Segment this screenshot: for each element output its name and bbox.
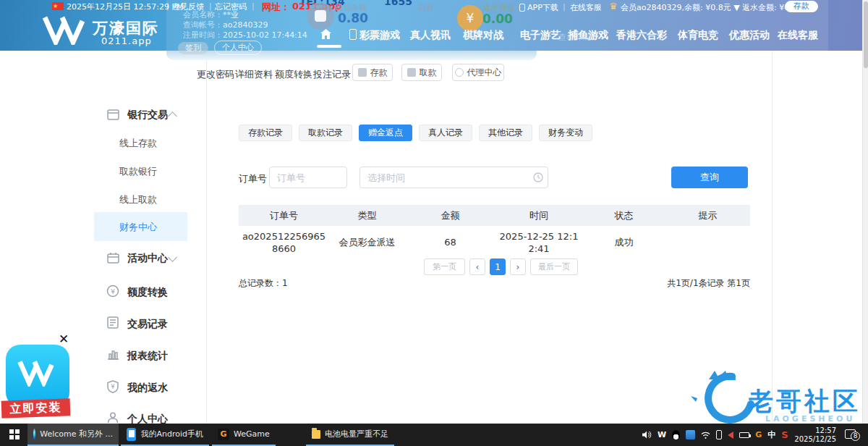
- calendar-icon: [107, 253, 119, 264]
- brand-domain: 0211.app: [101, 35, 152, 46]
- home-icon[interactable]: [320, 29, 331, 39]
- ime-indicator[interactable]: 中: [767, 429, 775, 440]
- transfer-icon: ¥: [106, 285, 119, 298]
- cell-status: 成功: [582, 226, 665, 258]
- divider: |: [252, 1, 255, 11]
- col-type: 类型: [329, 205, 405, 226]
- laoge-community-watermark: 老哥社区 LAOGESHEOU: [687, 366, 867, 424]
- nav-live[interactable]: 真人视讯: [410, 29, 451, 42]
- withdraw-button[interactable]: 取款: [401, 64, 442, 81]
- app-install-badge[interactable]: [6, 345, 69, 407]
- clock-icon: [533, 172, 543, 182]
- profile-link[interactable]: 详细资料: [235, 68, 273, 81]
- close-icon[interactable]: ✕: [59, 332, 69, 346]
- edge-browser-icon: [33, 429, 35, 440]
- personal-center-button[interactable]: 个人中心: [214, 41, 262, 55]
- agent-center-button[interactable]: 代理中心: [452, 64, 504, 81]
- table-row: ao2025122569658660 会员彩金派送 68 2025-12-25 …: [239, 226, 750, 258]
- sidebar-item-my-rebate[interactable]: 我的返水: [127, 382, 168, 395]
- nav-board-games[interactable]: 棋牌对战: [463, 29, 503, 42]
- system-tray: W G 中 S: [642, 424, 788, 446]
- tray-g-icon[interactable]: G: [755, 430, 762, 439]
- start-button[interactable]: [9, 429, 20, 439]
- sidebar-item-online-withdraw[interactable]: 线上取款: [119, 193, 157, 206]
- usb-icon[interactable]: [716, 430, 722, 439]
- app-download-link[interactable]: APP下载: [519, 2, 558, 13]
- credit-transfer-link[interactable]: 额度转换: [275, 68, 312, 81]
- current-page-button[interactable]: 1: [490, 258, 506, 275]
- table-header-row: 订单号 类型 金额 时间 状态 提示: [239, 205, 750, 226]
- first-page-button[interactable]: 第一页: [424, 258, 465, 275]
- deposit-button[interactable]: 存款: [352, 64, 393, 81]
- refresh-link[interactable]: 刷新: [418, 2, 434, 13]
- install-now-button[interactable]: 立即安装: [1, 398, 71, 418]
- crown-icon: ♛: [609, 1, 618, 12]
- nav-lottery[interactable]: 彩票游戏: [359, 29, 400, 42]
- sidebar-item-online-deposit[interactable]: 线上存款: [119, 137, 157, 150]
- order-number-input[interactable]: [269, 167, 347, 188]
- sogou-icon[interactable]: S: [781, 429, 788, 440]
- change-password-link[interactable]: 更改密码: [197, 68, 234, 81]
- nav-customer-service[interactable]: 在线客服: [778, 29, 818, 42]
- nav-fishing[interactable]: 捕鱼游戏: [568, 29, 608, 42]
- nav-promotions[interactable]: 优惠活动: [729, 29, 770, 42]
- date-range-input[interactable]: [359, 167, 548, 188]
- media-play-icon[interactable]: [728, 432, 733, 439]
- online-service-link[interactable]: 在线客服: [570, 2, 602, 13]
- task-android-phone[interactable]: 我的Android手机: [121, 424, 209, 446]
- nav-egames[interactable]: 电子游艺: [520, 29, 561, 42]
- tray-app-icon[interactable]: [686, 430, 695, 439]
- bar-chart-icon: [107, 348, 119, 360]
- sidebar-item-reports[interactable]: 报表统计: [127, 350, 168, 363]
- tab-bonus-rebate[interactable]: 赠金返点: [359, 125, 412, 141]
- site-url-label: 网址：: [262, 1, 290, 14]
- nav-hk-lottery[interactable]: 香港六合彩: [616, 29, 667, 42]
- bet-records-link[interactable]: 投注记录: [313, 68, 351, 81]
- page-summary-text: 共1页/1条记录 第1页: [613, 277, 750, 290]
- chevron-up-icon: [168, 112, 177, 121]
- tab-withdraw-records[interactable]: 取款记录: [299, 125, 352, 141]
- checkin-button[interactable]: 签到: [178, 42, 208, 54]
- tab-other-records[interactable]: 其他记录: [479, 125, 532, 141]
- sidebar-item-withdraw-bank[interactable]: 取款银行: [119, 165, 157, 178]
- task-battery-folder[interactable]: 电池电量严重不足: [306, 424, 394, 446]
- tab-finance-changes[interactable]: 财务变动: [539, 125, 592, 141]
- nav-esports[interactable]: 体育电竞: [678, 29, 718, 42]
- sidebar-group-bank[interactable]: 银行交易: [127, 109, 168, 122]
- pagination: 第一页 ‹ 1 › 最后一页: [424, 258, 578, 275]
- tray-w-icon[interactable]: W: [658, 430, 666, 439]
- total-records-text: 总记录数：1: [239, 277, 288, 290]
- content-left-border: [206, 51, 207, 424]
- android-phone-icon: [127, 428, 136, 441]
- prev-page-button[interactable]: ‹: [469, 258, 485, 275]
- col-status: 状态: [582, 205, 665, 226]
- col-order: 订单号: [239, 205, 329, 226]
- taskbar-clock[interactable]: 12:57 2025/12/25: [794, 426, 836, 444]
- sidebar-item-transaction-records[interactable]: 交易记录: [127, 318, 168, 331]
- sidebar-group-activity[interactable]: 活动中心: [127, 252, 168, 265]
- task-wegame[interactable]: G WeGame: [212, 424, 276, 446]
- person-icon: [107, 412, 119, 424]
- notification-center-icon[interactable]: 8: [845, 429, 856, 439]
- qq-penguin-icon[interactable]: [672, 430, 680, 439]
- browser-scrollbar[interactable]: [862, 0, 868, 424]
- tab-live-records[interactable]: 真人记录: [419, 125, 472, 141]
- china-flag-icon: ★: [52, 2, 64, 10]
- last-page-button[interactable]: 最后一页: [530, 258, 578, 275]
- tab-deposit-records[interactable]: 存款记录: [239, 125, 292, 141]
- notification-badge: 8: [851, 432, 860, 441]
- speaker-icon[interactable]: [642, 431, 652, 439]
- cell-note: [665, 226, 750, 258]
- search-button[interactable]: 查询: [671, 167, 748, 188]
- sidebar-item-finance-center[interactable]: 财务中心: [119, 221, 157, 234]
- scrollbar-thumb[interactable]: [864, 1, 868, 68]
- battery-icon[interactable]: [739, 432, 749, 438]
- cell-type: 会员彩金派送: [329, 226, 405, 258]
- task-edge-welcome[interactable]: Welcome 和另外 ...: [27, 424, 119, 446]
- sidebar-item-credit-transfer[interactable]: 额度转换: [127, 286, 168, 299]
- next-page-button[interactable]: ›: [510, 258, 526, 275]
- mobile-nav-icon[interactable]: [349, 29, 357, 40]
- cell-order: ao2025122569658660: [239, 226, 329, 258]
- wifi-icon[interactable]: [701, 432, 710, 439]
- top-deposit-button[interactable]: 存款: [785, 1, 818, 12]
